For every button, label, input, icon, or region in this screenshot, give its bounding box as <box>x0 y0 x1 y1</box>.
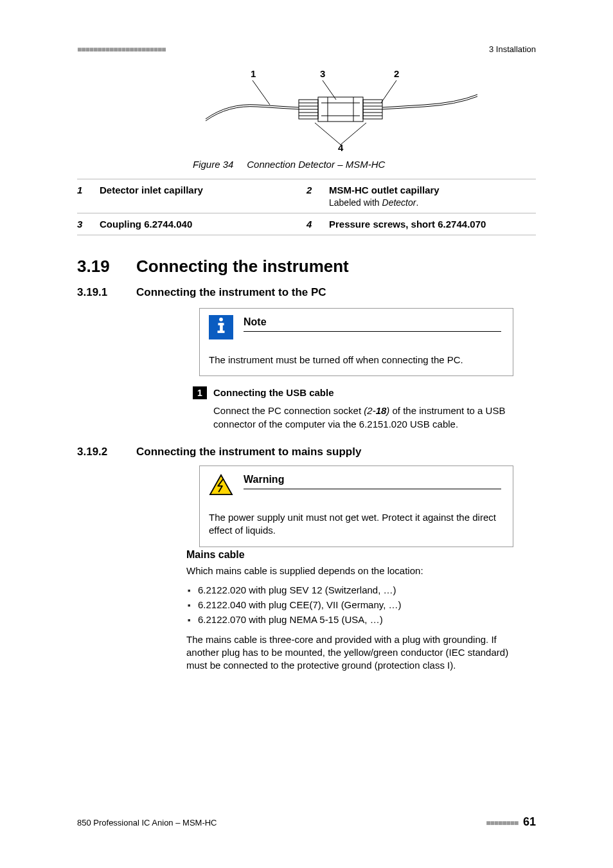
figure-connection-detector: 1 3 2 4 <box>202 68 479 151</box>
note-body: The instrument must be turned off when c… <box>209 354 501 366</box>
mains-intro: Which mains cable is supplied depends on… <box>186 565 513 577</box>
note-box: Note The instrument must be turned off w… <box>199 308 513 376</box>
svg-line-19 <box>381 80 396 103</box>
legend-num: 4 <box>306 218 329 231</box>
figure-number: Figure 34 <box>193 159 233 170</box>
header-section-label: 3 Installation <box>489 44 536 55</box>
subsection-number: 3.19.1 <box>77 285 136 300</box>
step-block: 1 Connecting the USB cable Connect the P… <box>193 386 513 431</box>
callout-2: 2 <box>394 68 399 79</box>
warning-icon <box>209 473 233 497</box>
warning-title: Warning <box>244 473 501 489</box>
step-number: 1 <box>193 386 207 399</box>
note-title: Note <box>244 315 501 332</box>
figure-caption: Figure 34 Connection Detector – MSM-HC <box>193 158 514 171</box>
callout-4: 4 <box>338 142 344 151</box>
svg-line-21 <box>341 123 366 145</box>
info-icon <box>209 315 233 339</box>
legend-row: 1 Detector inlet capillary 2 MSM-HC outl… <box>77 179 536 213</box>
section-number: 3.19 <box>77 255 136 278</box>
footer-ticks: ■■■■■■■■ <box>486 818 518 827</box>
warning-box: Warning The power supply unit must not g… <box>199 466 513 547</box>
legend-num: 3 <box>77 218 100 231</box>
page-header: ■■■■■■■■■■■■■■■■■■■■■■ 3 Installation <box>77 44 536 55</box>
list-item: 6.2122.070 with plug NEMA 5-15 (USA, …) <box>186 613 513 626</box>
subsection-title: Connecting the instrument to the PC <box>136 286 326 298</box>
figure-caption-text: Connection Detector – MSM-HC <box>247 159 385 170</box>
svg-rect-2 <box>318 97 363 122</box>
page-footer: 850 Professional IC Anion – MSM-HC ■■■■■… <box>77 814 536 829</box>
mains-cable-section: Mains cable Which mains cable is supplie… <box>186 548 513 678</box>
svg-point-22 <box>219 318 223 321</box>
svg-rect-24 <box>220 323 223 332</box>
legend-num: 2 <box>306 184 329 209</box>
subsection-number: 3.19.2 <box>77 445 136 460</box>
legend-subtext: Labeled with Detector. <box>329 197 440 209</box>
page-number: 61 <box>523 815 536 828</box>
header-ticks: ■■■■■■■■■■■■■■■■■■■■■■ <box>77 44 165 55</box>
footer-doc-title: 850 Professional IC Anion – MSM-HC <box>77 817 217 829</box>
svg-rect-25 <box>218 331 225 334</box>
callout-1: 1 <box>251 68 256 79</box>
subsection-heading-3-19-1: 3.19.1Connecting the instrument to the P… <box>77 285 536 300</box>
mains-paragraph: The mains cable is three-core and provid… <box>186 633 513 673</box>
svg-line-20 <box>315 123 341 145</box>
section-heading-3-19: 3.19Connecting the instrument <box>77 255 536 278</box>
callout-3: 3 <box>320 68 325 79</box>
legend-row: 3 Coupling 6.2744.040 4 Pressure screws,… <box>77 213 536 235</box>
legend-text: Pressure screws, short 6.2744.070 <box>329 218 486 231</box>
warning-body: The power supply unit must not get wet. … <box>209 511 501 538</box>
list-item: 6.2122.020 with plug SEV 12 (Switzerland… <box>186 584 513 597</box>
legend-num: 1 <box>77 184 100 209</box>
legend-text: Coupling 6.2744.040 <box>100 218 192 231</box>
figure-legend: 1 Detector inlet capillary 2 MSM-HC outl… <box>77 179 536 235</box>
legend-text: Detector inlet capillary <box>100 184 203 209</box>
subsection-title: Connecting the instrument to mains suppl… <box>136 446 361 458</box>
step-body: Connect the PC connection socket (2-18) … <box>213 404 513 431</box>
legend-text: MSM-HC outlet capillary <box>329 185 440 195</box>
mains-heading: Mains cable <box>186 548 513 562</box>
step-title: Connecting the USB cable <box>213 386 334 399</box>
section-title: Connecting the instrument <box>136 257 349 276</box>
subsection-heading-3-19-2: 3.19.2Connecting the instrument to mains… <box>77 445 536 460</box>
mains-list: 6.2122.020 with plug SEV 12 (Switzerland… <box>186 584 513 627</box>
svg-line-17 <box>253 80 270 105</box>
list-item: 6.2122.040 with plug CEE(7), VII (German… <box>186 599 513 611</box>
svg-marker-26 <box>210 475 232 494</box>
